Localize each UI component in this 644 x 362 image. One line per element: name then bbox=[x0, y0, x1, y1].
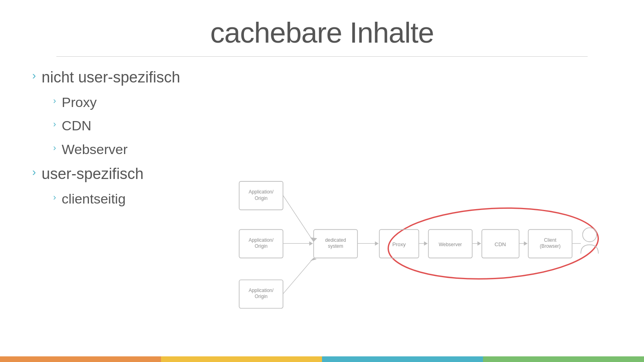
svg-text:Application/: Application/ bbox=[249, 237, 274, 243]
svg-line-11 bbox=[283, 258, 314, 294]
svg-line-9 bbox=[283, 195, 314, 242]
svg-marker-24 bbox=[424, 241, 428, 246]
svg-marker-12 bbox=[310, 258, 317, 261]
svg-text:Origin: Origin bbox=[255, 195, 268, 201]
chevron-icon-clientseitig: › bbox=[53, 192, 56, 203]
bar-orange bbox=[0, 356, 161, 362]
bullet-text-proxy: Proxy bbox=[62, 94, 97, 111]
bullet-text-2: user-spezifisch bbox=[41, 165, 143, 183]
diagram-svg: Application/ Origin Application/ Origin … bbox=[225, 177, 608, 326]
bullet-list: › nicht user-spezifisch › Proxy › CDN › … bbox=[32, 68, 258, 214]
title-divider bbox=[56, 56, 588, 57]
bullet-webserver: › Webserver bbox=[53, 141, 258, 158]
architecture-diagram: Application/ Origin Application/ Origin … bbox=[225, 177, 608, 326]
bullet-text-clientseitig: clientseitig bbox=[62, 191, 126, 207]
svg-text:Application/: Application/ bbox=[249, 189, 274, 195]
bar-green bbox=[483, 356, 644, 362]
chevron-icon-webserver: › bbox=[53, 143, 56, 153]
svg-text:Client: Client bbox=[544, 237, 557, 243]
chevron-icon-2: › bbox=[32, 166, 36, 179]
svg-text:Origin: Origin bbox=[255, 243, 268, 249]
svg-text:Proxy: Proxy bbox=[392, 241, 406, 247]
bottom-color-bar bbox=[0, 356, 644, 362]
svg-text:Application/: Application/ bbox=[249, 288, 274, 293]
chevron-icon-proxy: › bbox=[53, 96, 56, 106]
svg-text:Webserver: Webserver bbox=[439, 242, 462, 247]
chevron-icon-cdn: › bbox=[53, 119, 56, 130]
svg-marker-19 bbox=[375, 241, 379, 246]
svg-text:system: system bbox=[328, 243, 343, 249]
svg-text:Origin: Origin bbox=[255, 294, 268, 299]
bullet-cdn: › CDN bbox=[53, 117, 258, 134]
bullet-text-cdn: CDN bbox=[62, 117, 91, 134]
chevron-icon-1: › bbox=[32, 69, 36, 82]
svg-marker-14 bbox=[309, 241, 313, 246]
svg-text:CDN: CDN bbox=[495, 241, 506, 247]
slide-title: cachebare Inhalte bbox=[0, 0, 644, 49]
bullet-nicht-user-spezifisch: › nicht user-spezifisch bbox=[32, 68, 258, 87]
bullet-text-webserver: Webserver bbox=[62, 141, 128, 158]
svg-marker-28 bbox=[477, 241, 481, 246]
bullet-proxy: › Proxy bbox=[53, 94, 258, 111]
bar-teal bbox=[322, 356, 483, 362]
bar-yellow bbox=[161, 356, 322, 362]
slide: cachebare Inhalte › nicht user-spezifisc… bbox=[0, 0, 644, 362]
svg-point-36 bbox=[582, 228, 597, 242]
svg-text:(Browser): (Browser) bbox=[540, 243, 561, 249]
bullet-user-spezifisch: › user-spezifisch bbox=[32, 165, 258, 183]
svg-marker-32 bbox=[524, 241, 528, 246]
bullet-text-1: nicht user-spezifisch bbox=[41, 68, 180, 87]
svg-text:dedicated: dedicated bbox=[325, 237, 346, 243]
